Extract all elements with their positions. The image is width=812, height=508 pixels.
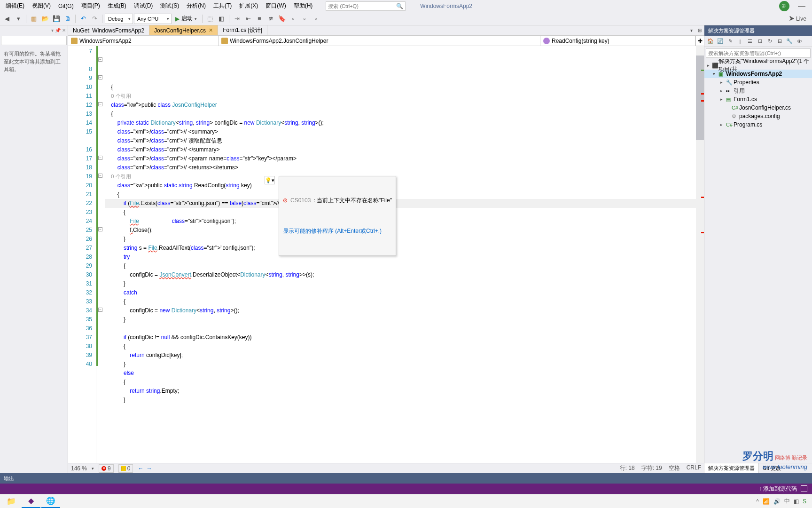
- fold-toggle[interactable]: −: [98, 174, 102, 178]
- indent-mode[interactable]: 空格: [669, 464, 680, 472]
- tab-josnconfig[interactable]: JosnConfigHelper.cs ✕: [149, 25, 218, 35]
- tab-overflow-icon[interactable]: ▾: [687, 25, 695, 35]
- toolbox-search[interactable]: [1, 36, 67, 45]
- tree-packages[interactable]: ⚙packages.config: [704, 112, 812, 120]
- lightbulb-icon[interactable]: 💡▾: [265, 176, 275, 184]
- home-icon[interactable]: 🏠: [706, 37, 715, 46]
- tray-icon[interactable]: S: [803, 498, 806, 505]
- tree-solution[interactable]: ▸⬛解决方案"WindowsFormsApp2"(1 个项目/共: [704, 61, 812, 70]
- ime-icon[interactable]: 中: [784, 497, 790, 505]
- fold-toggle[interactable]: −: [98, 75, 102, 79]
- collapse-icon[interactable]: ⊟: [775, 37, 784, 46]
- preview-icon[interactable]: 👁: [795, 37, 804, 46]
- toolbox-close-icon[interactable]: ✕: [62, 28, 66, 33]
- tab-form1[interactable]: Form1.cs [设计]: [218, 25, 267, 35]
- tb-misc-3[interactable]: ▫: [311, 14, 321, 24]
- show-all-icon[interactable]: ⊡: [756, 37, 764, 46]
- tab-window-icon[interactable]: ⊞: [695, 25, 704, 35]
- outdent-icon[interactable]: ⇤: [243, 14, 253, 24]
- properties-icon[interactable]: 🔧: [785, 37, 794, 46]
- nav-project[interactable]: WindowsFormsApp2: [68, 36, 219, 46]
- global-search-input[interactable]: [328, 3, 396, 9]
- nav-forward-icon[interactable]: →: [146, 465, 152, 472]
- tb-misc-2[interactable]: ▫: [299, 14, 310, 24]
- sync-icon[interactable]: 🔄: [716, 37, 725, 46]
- fold-toggle[interactable]: −: [98, 102, 102, 106]
- bookmark-icon[interactable]: 🔖: [277, 14, 287, 24]
- menu-extensions[interactable]: 扩展(X): [235, 0, 262, 11]
- menu-git[interactable]: Git(G): [55, 1, 78, 11]
- undo-icon[interactable]: ↶: [78, 14, 88, 24]
- refresh-icon[interactable]: ↻: [765, 37, 774, 46]
- menu-edit[interactable]: 编辑(E): [2, 0, 28, 11]
- fold-toggle[interactable]: −: [98, 308, 102, 312]
- fold-toggle[interactable]: −: [98, 227, 102, 231]
- solution-search[interactable]: [706, 48, 811, 58]
- menu-view[interactable]: 视图(V): [28, 0, 55, 11]
- menu-debug[interactable]: 调试(D): [130, 0, 157, 11]
- menu-analyze[interactable]: 分析(N): [183, 0, 210, 11]
- redo-icon[interactable]: ↷: [89, 14, 100, 24]
- tb-icon-2[interactable]: ◧: [216, 14, 226, 24]
- error-count[interactable]: ✕9: [99, 464, 114, 473]
- tree-josnconfig[interactable]: C#JosnConfigHelper.cs: [704, 103, 812, 112]
- nav-back-icon[interactable]: ←: [138, 465, 143, 472]
- comment-icon[interactable]: ≡: [254, 14, 265, 24]
- code-editor[interactable]: 7891011121314151617181920212223242526272…: [68, 46, 704, 463]
- nav-method[interactable]: ReadConfig(string key): [540, 36, 695, 46]
- start-debug-button[interactable]: ▶ 启动 ▾: [172, 15, 200, 23]
- forward-button[interactable]: ▾: [13, 14, 23, 24]
- tray-icon[interactable]: 📶: [763, 498, 770, 505]
- pen-icon[interactable]: ✎: [726, 37, 734, 46]
- tb-misc-1[interactable]: ▫: [288, 14, 298, 24]
- live-share-button[interactable]: ⮞ Live: [785, 16, 810, 22]
- tree-properties[interactable]: ▸🔧Properties: [704, 78, 812, 87]
- tray-icon[interactable]: ◧: [794, 498, 799, 505]
- tray-icon[interactable]: 🔊: [773, 498, 781, 505]
- scroll-thumb[interactable]: [696, 56, 704, 140]
- menu-project[interactable]: 项目(P): [78, 0, 104, 11]
- nav-class[interactable]: WindowsFormsApp2.JosnConfigHelper: [219, 36, 540, 46]
- platform-dropdown[interactable]: Any CPU: [134, 14, 172, 24]
- tree-references[interactable]: ▸▪▪引用: [704, 87, 812, 95]
- tab-close-icon[interactable]: ✕: [209, 27, 213, 33]
- menu-build[interactable]: 生成(B): [104, 0, 130, 11]
- toolbox-pin-icon[interactable]: 📌: [55, 28, 61, 33]
- tray-icon[interactable]: ^: [756, 498, 759, 505]
- code-content[interactable]: 💡▾ ⊘CS0103: 当前上下文中不存在名称"File" 显示可能的修补程序 …: [105, 46, 696, 463]
- split-icon[interactable]: ✚: [695, 36, 704, 46]
- show-fixes-link[interactable]: 显示可能的修补程序 (Alt+Enter或Ctrl+.): [279, 225, 396, 238]
- menu-test[interactable]: 测试(S): [156, 0, 183, 11]
- new-project-icon[interactable]: ▥: [29, 14, 39, 24]
- open-icon[interactable]: 📂: [40, 14, 50, 24]
- save-icon[interactable]: 💾: [51, 14, 62, 24]
- taskbar-vs[interactable]: ◆: [22, 495, 40, 508]
- tree-form1[interactable]: ▸▤Form1.cs: [704, 95, 812, 103]
- tab-nuget[interactable]: NuGet: WindowsFormsApp2: [68, 25, 149, 35]
- save-all-icon[interactable]: 🗎: [62, 14, 73, 24]
- back-button[interactable]: ◀: [2, 14, 12, 24]
- filter-icon[interactable]: ☰: [746, 37, 754, 46]
- taskbar-explorer[interactable]: 📁: [2, 495, 21, 508]
- tree-program[interactable]: ▸C#Program.cs: [704, 120, 812, 129]
- global-search[interactable]: 🔍: [326, 1, 406, 11]
- taskbar-edge[interactable]: 🌐: [41, 495, 60, 508]
- fold-toggle[interactable]: −: [98, 57, 102, 62]
- warning-count[interactable]: !0: [118, 464, 133, 473]
- add-to-source[interactable]: ↑ 添加到源代码: [759, 485, 797, 493]
- minimize-button[interactable]: —: [793, 2, 810, 10]
- tb-icon-1[interactable]: ⬚: [205, 14, 215, 24]
- user-avatar[interactable]: 罗: [779, 1, 789, 11]
- uncomment-icon[interactable]: ≢: [265, 14, 276, 24]
- notifications-icon[interactable]: [801, 485, 807, 492]
- menu-tools[interactable]: 工具(T): [210, 0, 235, 11]
- menu-help[interactable]: 帮助(H): [290, 0, 317, 11]
- menu-window[interactable]: 窗口(W): [262, 0, 289, 11]
- indent-icon[interactable]: ⇥: [232, 14, 242, 24]
- config-dropdown[interactable]: Debug: [105, 14, 133, 24]
- fold-toggle[interactable]: −: [98, 156, 102, 160]
- toolbox-dropdown-icon[interactable]: ▾: [51, 28, 54, 33]
- scrollbar[interactable]: [696, 46, 704, 463]
- zoom-level[interactable]: 146 %: [71, 465, 87, 472]
- output-panel-title[interactable]: 输出: [0, 473, 812, 484]
